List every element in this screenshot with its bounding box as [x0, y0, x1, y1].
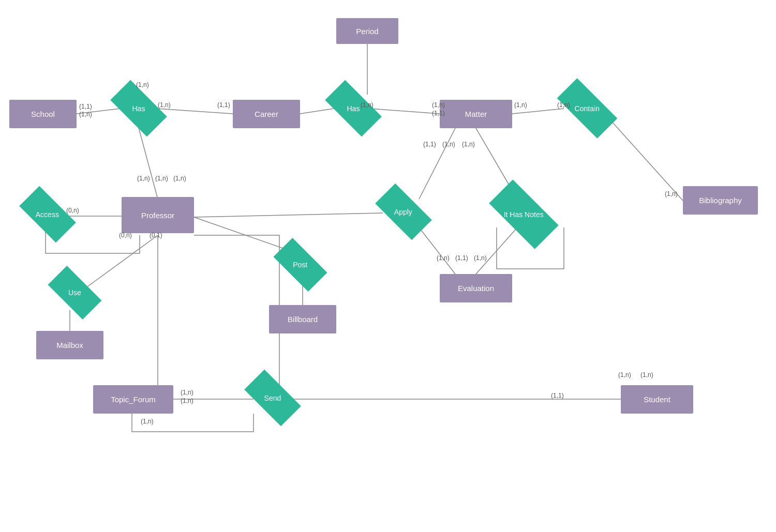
relationship-access: Access — [19, 186, 76, 243]
label-has1-career-1: (1,n) — [158, 101, 171, 109]
relationship-apply: Apply — [375, 184, 432, 240]
entity-billboard: Billboard — [269, 305, 336, 333]
relationship-post: Post — [274, 238, 327, 292]
connections-svg — [0, 0, 776, 532]
svg-line-9 — [194, 213, 383, 217]
label-contain-left: (1,n) — [557, 101, 570, 109]
entity-bibliography: Bibliography — [683, 186, 758, 215]
label-school-has1-1: (1,1) — [79, 103, 92, 110]
entity-professor: Professor — [122, 197, 194, 233]
entity-career: Career — [233, 100, 300, 128]
svg-line-4 — [370, 109, 440, 114]
entity-topic-forum: Topic_Forum — [93, 385, 173, 414]
label-send-forum-2: (1,n) — [181, 397, 193, 404]
label-has1-career-2: (1,1) — [217, 101, 230, 109]
label-access-loop-2: (0,1) — [150, 232, 162, 239]
entity-mailbox: Mailbox — [36, 331, 103, 359]
label-has2-career: (1,n) — [361, 101, 374, 109]
label-student-2: (1,n) — [640, 371, 653, 378]
label-school-has1-2: (1,n) — [79, 111, 92, 118]
label-matter-apply-1: (1,1) — [423, 141, 436, 148]
svg-line-3 — [300, 109, 334, 114]
relationship-send: Send — [244, 370, 301, 427]
label-send-student: (1,1) — [551, 392, 564, 399]
entity-student: Student — [621, 385, 693, 414]
label-contain-bib: (1,n) — [665, 190, 678, 197]
relationship-it-has-notes: It Has Notes — [489, 179, 558, 249]
entity-matter: Matter — [440, 100, 512, 128]
label-send-forum-1: (1,n) — [181, 389, 193, 396]
label-access-professor: (0,n) — [66, 207, 79, 214]
er-diagram: School Career Matter Period Professor Bi… — [0, 0, 776, 532]
label-has1-top: (1,n) — [136, 81, 149, 88]
label-access-loop-1: (0,n) — [119, 232, 132, 239]
svg-line-10 — [419, 128, 455, 199]
label-matter-apply-3: (1,n) — [462, 141, 475, 148]
label-forum-loop: (1,n) — [141, 418, 154, 425]
entity-evaluation: Evaluation — [440, 274, 512, 302]
label-matter-contain: (1,n) — [514, 101, 527, 109]
svg-line-5 — [512, 109, 564, 114]
label-eval-3: (1,n) — [474, 254, 487, 262]
svg-line-11 — [419, 227, 455, 274]
svg-line-13 — [476, 227, 517, 274]
entity-school: School — [9, 100, 77, 128]
label-matter-apply-2: (1,n) — [442, 141, 455, 148]
label-has2-matter-2: (1,1) — [432, 110, 445, 117]
label-eval-2: (1,1) — [455, 254, 468, 262]
label-professor-top-2: (1,n) — [155, 175, 168, 182]
svg-line-7 — [139, 128, 158, 199]
relationship-use: Use — [48, 266, 102, 320]
label-eval-1: (1,n) — [437, 254, 450, 262]
label-professor-top-1: (1,n) — [137, 175, 150, 182]
label-has2-matter-1: (1,n) — [432, 101, 445, 109]
label-student-1: (1,n) — [618, 371, 631, 378]
svg-line-2 — [157, 109, 233, 114]
entity-period: Period — [336, 18, 398, 44]
label-professor-top-3: (1,n) — [173, 175, 186, 182]
